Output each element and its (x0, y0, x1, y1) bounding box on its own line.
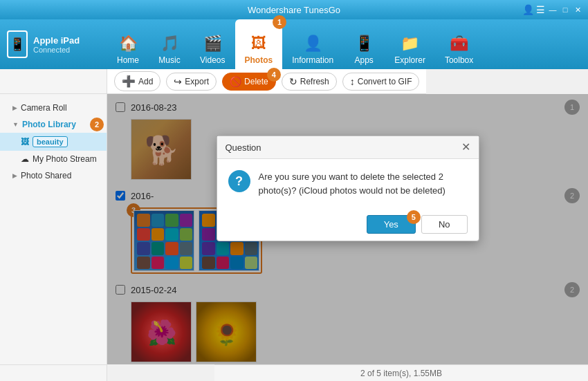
sidebar-item-my-photo-stream[interactable]: ☁ My Photo Stream (0, 151, 107, 167)
title-bar: Wondershare TunesGo 👤 ☰ — □ ✕ (0, 0, 588, 19)
arrow-icon-shared: ▶ (12, 172, 17, 179)
explorer-icon: 📁 (401, 35, 419, 53)
refresh-button[interactable]: ↻ Refresh (282, 73, 337, 91)
convert-gif-button[interactable]: ↕ Convert to GIF (342, 73, 420, 91)
tab-toolbox[interactable]: 🧰 Toolbox (435, 19, 483, 69)
add-icon: ➕ (122, 75, 136, 88)
toolbox-icon: 🧰 (450, 35, 468, 53)
add-button[interactable]: ➕ Add (114, 71, 160, 91)
beauity-tag: beauity (33, 136, 68, 147)
menu-icon[interactable]: ☰ (535, 5, 545, 15)
sidebar-item-photo-library[interactable]: ▼ Photo Library 2 (0, 116, 107, 133)
dialog-title: Question (226, 142, 261, 153)
tab-apps[interactable]: 📱 Apps (343, 19, 385, 69)
yes-label: Yes (384, 219, 398, 230)
apps-icon: 📱 (355, 35, 374, 53)
tab-photos[interactable]: 🖼 Photos 1 (235, 19, 283, 69)
sidebar-item-beauity[interactable]: 🖼 beauity (0, 133, 107, 151)
delete-label: Delete (244, 77, 268, 86)
sidebar: ▶ Camera Roll ▼ Photo Library 2 🖼 beauit… (0, 94, 107, 364)
sidebar-label-photo-library: Photo Library (22, 120, 76, 129)
dialog-footer: Yes 5 No (217, 208, 479, 241)
tab-explorer-label: Explorer (394, 55, 425, 65)
sidebar-label-photo-shared: Photo Shared (21, 171, 71, 180)
music-icon: 🎵 (160, 35, 179, 53)
sidebar-label-camera-roll: Camera Roll (21, 103, 67, 113)
no-button[interactable]: No (421, 215, 468, 234)
status-bar: 2 of 5 item(s), 1.55MB (214, 364, 588, 381)
window-controls[interactable]: 👤 ☰ — □ ✕ (523, 5, 582, 15)
nav-tabs: 🏠 Home 🎵 Music 🎬 Videos 🖼 Photos 1 👤 Inf… (107, 19, 588, 69)
videos-icon: 🎬 (203, 35, 222, 53)
device-icon: 📱 (7, 30, 28, 58)
maximize-button[interactable]: □ (560, 5, 570, 15)
convert-icon: ↕ (350, 76, 355, 87)
app-title: Wondershare TunesGo (248, 5, 340, 15)
confirm-dialog: Question ✕ ? Are you sure you want to de… (217, 136, 479, 241)
home-icon: 🏠 (119, 35, 138, 53)
convert-label: Convert to GIF (358, 77, 412, 86)
content-area: 2016-08-23 1 🐕 2016- 2 3 (107, 94, 588, 364)
step-badge-4: 4 (267, 68, 281, 82)
dialog-overlay: Question ✕ ? Are you sure you want to de… (107, 94, 588, 364)
tab-information-label: Information (292, 55, 333, 65)
tab-home[interactable]: 🏠 Home (107, 19, 149, 69)
sidebar-label-my-photo-stream: My Photo Stream (33, 154, 97, 164)
minimize-button[interactable]: — (548, 5, 558, 15)
no-label: No (439, 219, 450, 230)
sidebar-item-photo-shared[interactable]: ▶ Photo Shared (0, 167, 107, 184)
tab-apps-label: Apps (355, 55, 374, 65)
question-icon: ? (228, 170, 250, 192)
nav-bar: 📱 Apple iPad Connected 🏠 Home 🎵 Music 🎬 … (0, 19, 588, 69)
device-name: Apple iPad (33, 35, 80, 46)
dialog-header: Question ✕ (217, 136, 479, 159)
arrow-icon-photo-lib: ▼ (12, 121, 19, 128)
refresh-icon: ↻ (289, 76, 297, 87)
tab-explorer[interactable]: 📁 Explorer (385, 19, 435, 69)
arrow-icon: ▶ (12, 104, 17, 111)
tab-toolbox-label: Toolbox (445, 55, 473, 65)
dialog-close-button[interactable]: ✕ (461, 142, 470, 153)
status-text: 2 of 5 item(s), 1.55MB (360, 369, 442, 378)
tab-videos[interactable]: 🎬 Videos (190, 19, 235, 69)
export-button[interactable]: ↪ Export (166, 73, 217, 91)
device-info: 📱 Apple iPad Connected (0, 19, 107, 69)
dialog-body: ? Are you sure you want to delete the se… (217, 159, 479, 208)
information-icon: 👤 (304, 35, 322, 53)
close-button[interactable]: ✕ (573, 5, 582, 15)
delete-button[interactable]: 🚫 Delete 4 (222, 73, 276, 91)
yes-button[interactable]: Yes 5 (367, 215, 416, 234)
refresh-label: Refresh (300, 77, 329, 86)
delete-icon: 🚫 (230, 76, 241, 87)
add-label: Add (138, 77, 153, 86)
tab-information[interactable]: 👤 Information (282, 19, 343, 69)
device-status: Connected (33, 46, 80, 54)
dialog-message: Are you sure you want to delete the sele… (259, 170, 468, 197)
export-icon: ↪ (174, 76, 182, 87)
tab-photos-label: Photos (245, 55, 273, 65)
export-label: Export (185, 77, 209, 86)
tab-music[interactable]: 🎵 Music (149, 19, 190, 69)
user-icon[interactable]: 👤 (523, 5, 533, 15)
album-icon: 🖼 (21, 137, 29, 147)
step-badge-5: 5 (407, 210, 421, 224)
tab-videos-label: Videos (200, 55, 225, 65)
tab-home-label: Home (117, 55, 139, 65)
toolbar: ➕ Add ↪ Export 🚫 Delete 4 ↻ Refresh ↕ Co… (107, 69, 426, 94)
step-badge-2: 2 (90, 118, 104, 131)
photos-icon: 🖼 (251, 35, 266, 53)
sidebar-item-camera-roll[interactable]: ▶ Camera Roll (0, 100, 107, 116)
tab-music-label: Music (158, 55, 180, 65)
device-text: Apple iPad Connected (33, 35, 80, 54)
stream-icon: ☁ (21, 154, 29, 164)
